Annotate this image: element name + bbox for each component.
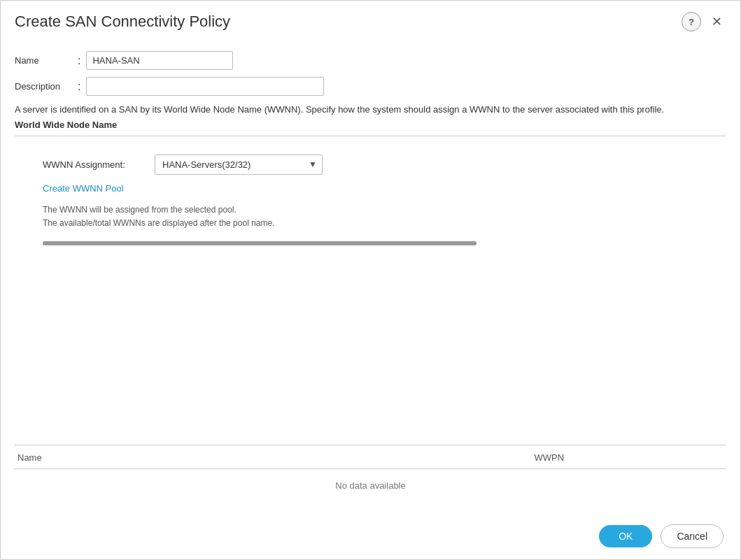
progress-bar-container	[43, 241, 477, 245]
description-label: Description	[15, 81, 78, 92]
table-header-row: Name WWPN	[15, 445, 726, 469]
description-row: Description :	[15, 77, 726, 96]
dialog-body: Name : Description : A server is identif…	[1, 40, 740, 513]
cancel-button[interactable]: Cancel	[661, 524, 724, 548]
name-colon: :	[78, 55, 80, 67]
help-text-line2: The available/total WWNNs are displayed …	[43, 218, 275, 228]
create-san-policy-dialog: Create SAN Connectivity Policy ? ✕ Name …	[0, 0, 741, 560]
wwnn-section: WWNN Assignment: HANA-Servers(32/32) ▼ C…	[15, 148, 726, 259]
name-row: Name :	[15, 51, 726, 70]
dialog-header-icons: ? ✕	[682, 12, 726, 31]
table-empty-message: No data available	[15, 469, 726, 502]
table-col-wwpn-header: WWPN	[372, 452, 727, 463]
table-col-name-header: Name	[15, 452, 372, 463]
wwnn-assignment-label: WWNN Assignment:	[43, 159, 155, 170]
section-divider	[15, 136, 726, 136]
wwnn-info-text: A server is identified on a SAN by its W…	[15, 103, 726, 117]
wwnn-select-wrapper: HANA-Servers(32/32) ▼	[155, 155, 323, 175]
spacer	[15, 259, 726, 445]
wwnn-assignment-select[interactable]: HANA-Servers(32/32)	[155, 155, 323, 175]
help-text-line1: The WWNN will be assigned from the selec…	[43, 205, 237, 215]
wwnn-section-title: World Wide Node Name	[15, 120, 726, 130]
name-label: Name	[15, 55, 78, 66]
description-input[interactable]	[86, 77, 324, 96]
wwnn-help-text: The WWNN will be assigned from the selec…	[43, 203, 726, 230]
dialog-title: Create SAN Connectivity Policy	[15, 13, 230, 31]
help-button[interactable]: ?	[682, 12, 701, 31]
table-section: Name WWPN No data available	[15, 445, 726, 502]
dialog-footer: OK Cancel	[1, 513, 740, 559]
dialog-header: Create SAN Connectivity Policy ? ✕	[1, 1, 740, 40]
name-input[interactable]	[86, 51, 233, 70]
create-wwnn-pool-link[interactable]: Create WWNN Pool	[43, 183, 726, 194]
ok-button[interactable]: OK	[599, 525, 652, 547]
close-button[interactable]: ✕	[707, 12, 726, 31]
description-colon: :	[78, 80, 80, 93]
wwnn-assignment-row: WWNN Assignment: HANA-Servers(32/32) ▼	[43, 155, 726, 175]
progress-bar-fill	[43, 241, 477, 245]
